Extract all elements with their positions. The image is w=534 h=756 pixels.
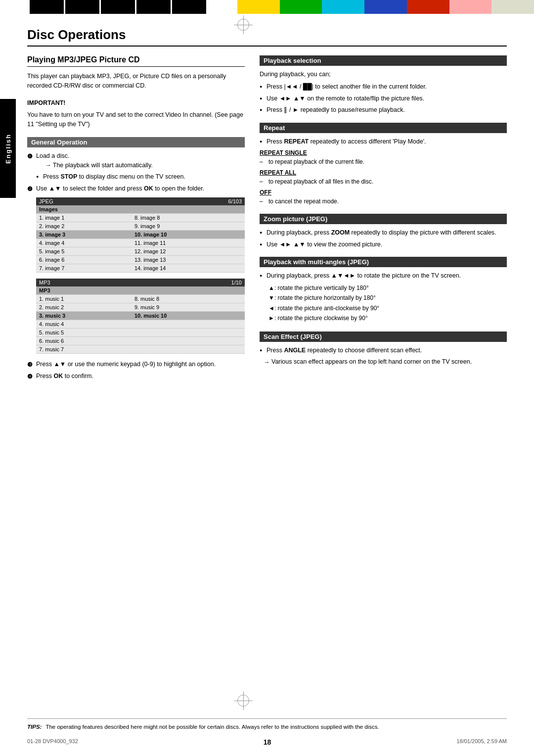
repeat-title: Repeat	[260, 123, 507, 133]
mp3-row-5: 5. music 5	[36, 329, 245, 337]
repeat-off-label: OFF	[260, 189, 507, 196]
page-number: 18	[264, 738, 271, 746]
jpeg-row-1: 1. image 1 8. image 8	[36, 214, 245, 222]
scan-arrow: →	[264, 358, 271, 367]
step-4-text: Press OK to confirm.	[36, 372, 93, 381]
important-text: You have to turn on your TV and set to t…	[27, 110, 245, 129]
mp3-row-7: 7. music 7	[36, 345, 245, 354]
mp3-cell-6b	[132, 337, 245, 345]
playback-bullet-1: ● Press |◄◄ / ██| to select another file…	[260, 82, 507, 92]
multi-item-left: ◄: rotate the picture anti-clockwise by …	[268, 303, 507, 313]
step-num-3: ❸	[27, 360, 36, 369]
scan-effect-section: Scan Effect (JPEG) ● Press ANGLE repeate…	[260, 331, 507, 368]
color-bar-segments	[237, 0, 534, 14]
pb-dot-3: ●	[260, 107, 267, 114]
pb-text-2: Use ◄► ▲▼ on the remote to rotate/flip t…	[267, 94, 424, 103]
step-1-content: Load a disc. → The playback will start a…	[36, 151, 153, 170]
stop-bullet-dot: ●	[36, 174, 43, 181]
jpeg-cell-7a: 7. image 7	[36, 264, 132, 273]
playback-selection-intro: During playback, you can;	[260, 70, 507, 79]
repeat-off-item: – to cancel the repeat mode.	[260, 197, 507, 206]
scan-text-1: Press ANGLE repeatedly to choose differe…	[267, 346, 422, 355]
jpeg-cell-4b: 11. image 11	[132, 239, 245, 247]
mp3-cell-3a: 3. music 3	[36, 312, 132, 320]
jpeg-table: JPEG 6/103 Images 1. image 1 8. image 8	[36, 197, 245, 273]
step-num-2: ❷	[27, 185, 36, 193]
zoom-text-1: During playback, press ZOOM repeatedly t…	[267, 228, 496, 237]
scan-bullet-1: ● Press ANGLE repeatedly to choose diffe…	[260, 346, 507, 355]
multi-item-down: ▼: rotate the picture horizontally by 18…	[268, 293, 507, 303]
mp3-cell-7a: 7. music 7	[36, 345, 132, 354]
footer-left: 01-28 DVP4000_932	[27, 738, 78, 746]
mp3-table-container: MP3 1/10 MP3 1. music 1 8. music 8	[36, 279, 245, 354]
jpeg-cell-7b: 14. image 14	[132, 264, 245, 273]
tips-box: TIPS: The operating features described h…	[27, 718, 507, 731]
mp3-table: MP3 1/10 MP3 1. music 1 8. music 8	[36, 279, 245, 354]
black-seg-3	[101, 0, 135, 14]
multi-dot: ●	[260, 273, 267, 280]
color-seg-green	[280, 0, 322, 14]
zoom-bullet-2: ● Use ◄► ▲▼ to view the zoomed picture.	[260, 240, 507, 249]
mp3-row-4: 4. music 4	[36, 320, 245, 329]
jpeg-cell-2b: 9. image 9	[132, 222, 245, 231]
zoom-title: Zoom picture (JPEG)	[260, 214, 507, 224]
repeat-intro-text: Press REPEAT repeatedly to access differ…	[267, 137, 426, 146]
pb-text-1: Press |◄◄ / ██| to select another file i…	[267, 82, 427, 92]
jpeg-header-right: 6/103	[132, 197, 245, 205]
tips-label: TIPS:	[27, 723, 42, 731]
pb-dot-2: ●	[260, 95, 267, 102]
playback-selection-section: Playback selection During playback, you …	[260, 55, 507, 115]
jpeg-cell-6a: 6. image 6	[36, 256, 132, 264]
important-label: IMPORTANT!	[27, 99, 66, 106]
jpeg-cell-4a: 4. image 4	[36, 239, 132, 247]
jpeg-cell-2a: 2. image 2	[36, 222, 132, 231]
sidebar-english-label: English	[4, 134, 12, 164]
footer: 01-28 DVP4000_932 18 18/01/2005, 2:59 AM	[27, 738, 507, 746]
jpeg-cell-3a: 3. image 3	[36, 231, 132, 239]
zoom-text-2: Use ◄► ▲▼ to view the zoomed picture.	[267, 240, 382, 249]
mp3-cell-5b	[132, 329, 245, 337]
black-seg-4	[136, 0, 171, 14]
multi-item-right: ►: rotate the picture clockwise by 90°	[268, 313, 507, 323]
black-seg-1	[30, 0, 64, 14]
mp3-row-1: 1. music 1 8. music 8	[36, 295, 245, 303]
mp3-header-right: 1/10	[132, 279, 245, 286]
intro-body: This player can playback MP3, JPEG, or P…	[27, 72, 245, 91]
black-bar-segments	[0, 0, 208, 14]
right-column: Playback selection During playback, you …	[260, 55, 507, 389]
multi-angles-title: Playback with multi-angles (JPEG)	[260, 257, 507, 267]
step-1: ❶ Load a disc. → The playback will start…	[27, 151, 245, 170]
mp3-cell-4a: 4. music 4	[36, 320, 132, 329]
zoom-section: Zoom picture (JPEG) ● During playback, p…	[260, 214, 507, 249]
mp3-cell-2a: 2. music 2	[36, 303, 132, 312]
stop-bullet: ● Press STOP to display disc menu on the…	[36, 172, 245, 182]
playback-bullet-3: ● Press ‖ / ► repeatedly to pause/resume…	[260, 105, 507, 115]
step-2-text: Use ▲▼ to select the folder and press OK…	[36, 184, 204, 193]
step-4: ❹ Press OK to confirm.	[27, 372, 245, 381]
top-color-bar	[0, 0, 534, 14]
step-3: ❸ Press ▲▼ or use the numeric keypad (0-…	[27, 360, 245, 369]
general-operation-title: General Operation	[27, 137, 245, 147]
jpeg-cell-1b: 8. image 8	[132, 214, 245, 222]
zoom-dot-1: ●	[260, 230, 267, 236]
jpeg-subhead: Images	[36, 205, 245, 214]
bar-spacer	[208, 0, 237, 14]
zoom-dot-2: ●	[260, 241, 267, 248]
mp3-cell-1a: 1. music 1	[36, 295, 132, 303]
jpeg-cell-5a: 5. image 5	[36, 247, 132, 256]
jpeg-row-6: 6. image 6 13. image 13	[36, 256, 245, 264]
jpeg-cell-1a: 1. image 1	[36, 214, 132, 222]
general-operation-section: General Operation ❶ Load a disc. → The p…	[27, 137, 245, 381]
color-seg-pink	[449, 0, 492, 14]
two-column-layout: Playing MP3/JPEG Picture CD This player …	[27, 55, 507, 389]
mp3-row-2: 2. music 2 9. music 9	[36, 303, 245, 312]
repeat-off-text: to cancel the repeat mode.	[268, 197, 339, 206]
mp3-row-6: 6. music 6	[36, 337, 245, 345]
main-content: Disc Operations Playing MP3/JPEG Picture…	[27, 27, 507, 726]
black-seg-5	[172, 0, 206, 14]
jpeg-row-4: 4. image 4 11. image 11	[36, 239, 245, 247]
mp3-cell-6a: 6. music 6	[36, 337, 132, 345]
multi-angles-section: Playback with multi-angles (JPEG) ● Duri…	[260, 257, 507, 323]
playback-bullet-2: ● Use ◄► ▲▼ on the remote to rotate/flip…	[260, 94, 507, 103]
stop-bullet-text: Press STOP to display disc menu on the T…	[43, 172, 185, 182]
